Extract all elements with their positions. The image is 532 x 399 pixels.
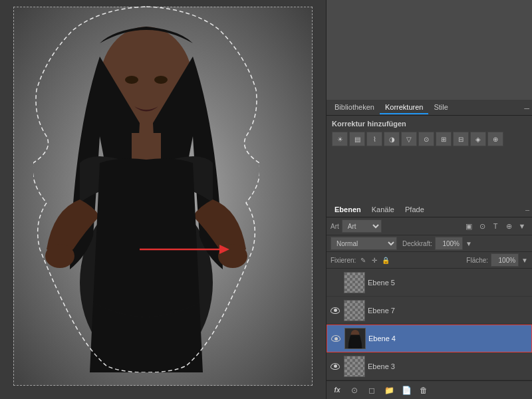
- eye-icon-ebene4: [331, 335, 340, 342]
- tab-bibliotheken[interactable]: Bibliotheken: [329, 101, 380, 114]
- fill-input[interactable]: [491, 253, 519, 267]
- fix-label: Fixieren:: [331, 257, 356, 264]
- new-layer-icon[interactable]: 📄: [400, 384, 413, 397]
- layer-icon-1[interactable]: ▣: [463, 220, 475, 232]
- tab-stile[interactable]: Stile: [428, 101, 453, 114]
- tab-ebenen[interactable]: Ebenen: [329, 203, 366, 215]
- layers-type-toolbar: Art Art ▣ ⊙ T ⊕ ▼: [327, 217, 532, 235]
- eye-icon-ebene3: [331, 363, 340, 370]
- fill-arrow-icon[interactable]: ▼: [521, 257, 528, 264]
- filter-label: Art: [331, 223, 339, 230]
- layers-panel-close-icon[interactable]: –: [525, 205, 529, 213]
- layer-name-ebene4: Ebene 4: [368, 334, 529, 342]
- svg-point-6: [154, 76, 168, 84]
- curves-icon[interactable]: ⌇: [366, 132, 382, 146]
- top-gray-area: [327, 0, 532, 100]
- layers-tabs: Ebenen Kanäle Pfade –: [327, 201, 532, 217]
- eye-icon-ebene7: [331, 307, 340, 314]
- layer-visibility-ebene4[interactable]: [330, 332, 342, 344]
- layer-icon-3[interactable]: T: [489, 220, 501, 232]
- layer-visibility-ebene7[interactable]: [329, 305, 341, 317]
- levels-icon[interactable]: ▤: [349, 132, 365, 146]
- layer-item-ebene3[interactable]: Ebene 3: [327, 352, 532, 380]
- fix-fill-row: Fixieren: ✎ ✛ 🔒 Fläche: ▼: [327, 252, 532, 269]
- layer-type-select[interactable]: Art: [342, 219, 382, 233]
- layers-toolbar-icons: ▣ ⊙ T ⊕ ▼: [463, 220, 528, 232]
- tab-kanaele[interactable]: Kanäle: [366, 203, 400, 215]
- svg-point-3: [45, 244, 74, 268]
- opacity-input[interactable]: [435, 237, 463, 250]
- blend-opacity-row: Normal Multiplizieren Abblenden Aufhelle…: [327, 235, 532, 252]
- adjustments-title: Korrektur hinzufügen: [332, 120, 527, 128]
- canvas-image: [33, 3, 259, 372]
- layer-visibility-ebene3[interactable]: [329, 360, 341, 372]
- tab-pfade[interactable]: Pfade: [400, 203, 430, 215]
- blend-mode-select[interactable]: Normal Multiplizieren Abblenden Aufhelle…: [331, 237, 397, 250]
- svg-point-11: [350, 337, 360, 349]
- fix-lock-icon[interactable]: 🔒: [381, 255, 390, 265]
- exposure-icon[interactable]: ◑: [384, 132, 400, 146]
- layer-thumb-ebene7: [344, 300, 365, 321]
- layer-icon-4[interactable]: ⊕: [503, 220, 515, 232]
- colorbal-icon[interactable]: ⊟: [453, 132, 469, 146]
- layer-icon-5[interactable]: ▼: [516, 220, 528, 232]
- layer-name-ebene5: Ebene 5: [368, 279, 529, 287]
- fill-label: Fläche:: [466, 257, 488, 264]
- adjustments-icons-row: ☀ ▤ ⌇ ◑ ▽ ⊙ ⊞ ⊟ ◈ ⊕: [332, 132, 527, 146]
- opacity-label: Deckkraft:: [402, 240, 432, 247]
- layer-visibility-ebene5[interactable]: [329, 277, 341, 289]
- layer-thumb-ebene3: [344, 356, 365, 377]
- layer-thumb-ebene5: [344, 272, 365, 293]
- bw-icon[interactable]: ◈: [470, 132, 486, 146]
- adjustment-layer-icon[interactable]: ⊙: [348, 384, 361, 397]
- delete-layer-icon[interactable]: 🗑: [417, 384, 430, 397]
- photofilter-icon[interactable]: ⊕: [487, 132, 503, 146]
- layer-name-ebene7: Ebene 7: [368, 307, 529, 315]
- right-panel: Bibliotheken Korrekturen Stile – Korrekt…: [326, 0, 532, 399]
- fx-icon[interactable]: fx: [331, 384, 344, 397]
- svg-point-4: [218, 244, 247, 268]
- brightness-icon[interactable]: ☀: [332, 132, 348, 146]
- korrekturen-tabs: Bibliotheken Korrekturen Stile –: [327, 100, 532, 116]
- tab-korrekturen[interactable]: Korrekturen: [380, 101, 428, 114]
- layer-item-ebene5[interactable]: Ebene 5: [327, 269, 532, 297]
- layers-bottom-toolbar: fx ⊙ ◻ 📁 📄 🗑: [327, 380, 532, 399]
- fix-pos-icon[interactable]: ✎: [358, 255, 368, 265]
- canvas-area: [0, 0, 326, 399]
- fix-move-icon[interactable]: ✛: [370, 255, 379, 265]
- layer-thumb-ebene4: [344, 328, 366, 349]
- layer-item-ebene4[interactable]: Ebene 4: [327, 325, 532, 352]
- korrekturen-content: Korrektur hinzufügen ☀ ▤ ⌇ ◑ ▽ ⊙ ⊞ ⊟ ◈ ⊕: [327, 116, 532, 201]
- layer-icon-2[interactable]: ⊙: [476, 220, 488, 232]
- hsl-icon[interactable]: ⊞: [436, 132, 452, 146]
- fix-icons: ✎ ✛ 🔒: [358, 255, 390, 265]
- panel-close-icon[interactable]: –: [524, 102, 529, 113]
- layer-item-ebene7[interactable]: Ebene 7: [327, 297, 532, 325]
- opacity-arrow-icon[interactable]: ▼: [466, 240, 472, 247]
- group-icon[interactable]: 📁: [382, 384, 396, 397]
- layers-panel: Ebenen Kanäle Pfade – Art Art ▣ ⊙ T ⊕ ▼: [327, 201, 532, 399]
- layer-name-ebene3: Ebene 3: [368, 362, 529, 370]
- grad-map-icon[interactable]: ▽: [401, 132, 417, 146]
- layers-list: Ebene 5 Ebene 7: [327, 269, 532, 380]
- svg-point-5: [125, 76, 138, 84]
- mask-icon[interactable]: ◻: [365, 384, 378, 397]
- vibrance-icon[interactable]: ⊙: [418, 132, 434, 146]
